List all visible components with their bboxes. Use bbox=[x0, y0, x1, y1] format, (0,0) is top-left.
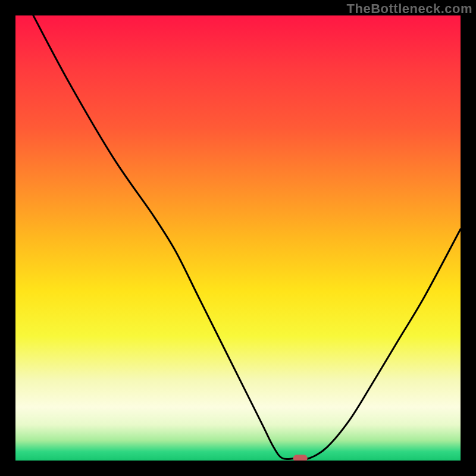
bottleneck-chart bbox=[15, 15, 461, 461]
chart-frame: TheBottleneck.com bbox=[0, 0, 476, 476]
optimal-point-marker bbox=[293, 455, 308, 461]
gradient-background bbox=[15, 15, 461, 461]
watermark-label: TheBottleneck.com bbox=[347, 1, 472, 17]
plot-area bbox=[15, 15, 461, 461]
